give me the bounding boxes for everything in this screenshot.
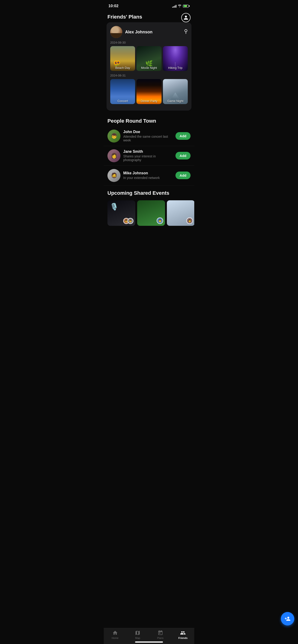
person-name-john: John Doe: [123, 130, 173, 134]
plan-item-movie-night[interactable]: 🌿 Movie Night: [136, 46, 161, 71]
friends-plans-title: Friends' Plans: [104, 11, 194, 22]
upcoming-events-title: Upcoming Shared Events: [104, 187, 194, 198]
person-info-jane: Jane Smith Shares your interest in photo…: [123, 150, 173, 162]
list-item[interactable]: 👨: [137, 200, 165, 226]
plan-label-dinner-party: Dinner Party: [136, 99, 161, 103]
plans-grid-1: 🌻 🌻 Beach Day 🌿 Movie Night Hiking Trip: [110, 46, 188, 71]
plans-grid-2: Concert Dinner Party Game Night: [110, 79, 188, 104]
people-round-town-title: People Round Town: [104, 115, 194, 126]
plan-item-concert[interactable]: Concert: [110, 79, 135, 104]
friend-name: Alex Johnson: [125, 30, 152, 34]
upcoming-events-section: 🎙️ 👧 👦 👨 👩: [104, 198, 194, 251]
person-name-jane: Jane Smith: [123, 150, 173, 154]
status-icons: ⚡: [172, 4, 190, 8]
friend-header: Alex Johnson: [110, 26, 188, 38]
battery-icon: ⚡: [183, 5, 190, 8]
plan-item-dinner-party[interactable]: Dinner Party: [136, 79, 161, 104]
date-label-2: 2024-08-31: [110, 74, 188, 77]
plan-label-hiking-trip: Hiking Trip: [163, 66, 188, 70]
signal-icon: [172, 4, 176, 8]
avatar: 👩: [107, 149, 120, 162]
list-item: 👦 John Doe Attended the same concert las…: [104, 126, 194, 146]
events-row: 🎙️ 👧 👦 👨 👩: [104, 198, 194, 228]
people-round-town-list: 👦 John Doe Attended the same concert las…: [104, 126, 194, 187]
person-info-mike: Mike Johnson In your extended network: [123, 171, 173, 180]
svg-point-0: [185, 30, 187, 32]
add-mike-button[interactable]: Add: [175, 172, 191, 179]
status-bar: 10:02 ⚡: [104, 0, 194, 11]
avatar: 🧔: [107, 169, 120, 182]
person-name-mike: Mike Johnson: [123, 171, 173, 175]
list-item: 👩 Jane Smith Shares your interest in pho…: [104, 146, 194, 166]
friend-info: Alex Johnson: [110, 26, 152, 38]
person-desc-john: Attended the same concert last week: [123, 135, 173, 142]
pin-icon[interactable]: [184, 29, 188, 36]
plan-item-hiking-trip[interactable]: Hiking Trip: [163, 46, 188, 71]
person-desc-jane: Shares your interest in photography: [123, 154, 173, 162]
event-avatar-2: 👨: [157, 218, 163, 224]
date-label-1: 2024-08-30: [110, 41, 188, 44]
person-desc-mike: In your extended network: [123, 176, 173, 180]
status-time: 10:02: [108, 4, 118, 8]
plan-item-game-night[interactable]: Game Night: [163, 79, 188, 104]
wifi-icon: [178, 4, 181, 8]
friends-plans-card: Alex Johnson 2024-08-30 🌻 🌻 Beach Day 🌿 …: [107, 22, 191, 110]
avatar: [110, 26, 122, 38]
event-avatars-1: 👧 👦: [123, 218, 133, 224]
list-item[interactable]: 👩: [167, 200, 194, 226]
event-avatar-3: 👩: [186, 218, 193, 224]
plan-label-concert: Concert: [110, 99, 135, 103]
plan-item-beach-day[interactable]: 🌻 🌻 Beach Day: [110, 46, 135, 71]
add-jane-button[interactable]: Add: [175, 152, 191, 160]
list-item: 🧔 Mike Johnson In your extended network …: [104, 166, 194, 186]
add-john-button[interactable]: Add: [175, 132, 191, 140]
avatar: 👦: [107, 130, 120, 142]
profile-button[interactable]: [181, 13, 191, 22]
plan-label-movie-night: Movie Night: [136, 66, 161, 70]
person-icon: [183, 15, 188, 20]
plan-label-game-night: Game Night: [163, 99, 188, 103]
list-item[interactable]: 🎙️ 👧 👦: [107, 200, 135, 226]
person-info-john: John Doe Attended the same concert last …: [123, 130, 173, 142]
plan-label-beach-day: Beach Day: [110, 66, 135, 70]
